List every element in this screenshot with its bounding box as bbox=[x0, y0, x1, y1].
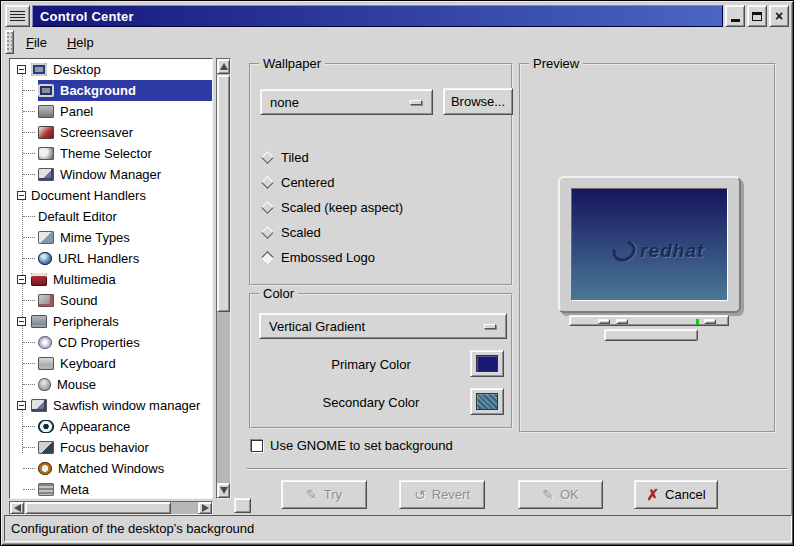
horizontal-scroll-thumb[interactable] bbox=[25, 502, 171, 514]
statusbar: Configuration of the desktop’s backgroun… bbox=[4, 515, 792, 542]
radio-label: Centered bbox=[281, 175, 334, 190]
collapse-icon[interactable] bbox=[17, 191, 26, 200]
tree-item-panel[interactable]: Panel bbox=[10, 101, 212, 122]
tree-item-label: Meta bbox=[60, 482, 89, 497]
background-icon bbox=[38, 84, 54, 97]
tree-item-label: Sawfish window manager bbox=[53, 398, 200, 413]
tree-horizontal-scrollbar[interactable] bbox=[9, 501, 213, 515]
pane-resize-grip[interactable] bbox=[234, 498, 251, 513]
tree-item-sawfish[interactable]: Sawfish window manager bbox=[10, 395, 212, 416]
browse-button[interactable]: Browse... bbox=[443, 88, 513, 115]
redhat-swirl-icon bbox=[609, 236, 640, 265]
radio-selected-icon bbox=[261, 251, 274, 264]
scroll-left-button[interactable] bbox=[10, 502, 24, 514]
scroll-right-button[interactable] bbox=[198, 502, 212, 514]
revert-button[interactable]: ↺ Revert bbox=[399, 480, 485, 509]
scroll-up-button[interactable] bbox=[217, 59, 230, 74]
maximize-icon bbox=[752, 12, 762, 21]
tree-connector bbox=[23, 342, 35, 343]
tree-item-mouse[interactable]: Mouse bbox=[10, 374, 212, 395]
tree-item-sound[interactable]: Sound bbox=[10, 290, 212, 311]
tree-item-screensaver[interactable]: Screensaver bbox=[10, 122, 212, 143]
tree-item-meta[interactable]: Meta bbox=[10, 479, 212, 499]
use-gnome-label: Use GNOME to set background bbox=[270, 438, 453, 453]
desktop-icon bbox=[31, 63, 47, 76]
tree-item-label: Peripherals bbox=[53, 314, 119, 329]
use-gnome-checkbox-row[interactable]: Use GNOME to set background bbox=[251, 438, 453, 453]
close-button[interactable]: × bbox=[769, 5, 789, 27]
collapse-icon[interactable] bbox=[17, 275, 26, 284]
secondary-color-label: Secondary Color bbox=[271, 395, 471, 410]
vertical-scroll-thumb[interactable] bbox=[217, 75, 230, 312]
try-button[interactable]: ✎ Try bbox=[281, 480, 367, 509]
scroll-down-button[interactable] bbox=[217, 483, 230, 498]
maximize-button[interactable] bbox=[747, 5, 767, 27]
revert-label: Revert bbox=[432, 487, 470, 502]
tree-connector bbox=[23, 90, 35, 91]
window-manager-icon bbox=[38, 168, 54, 181]
tree-item-theme-selector[interactable]: Theme Selector bbox=[10, 143, 212, 164]
window-title: Control Center bbox=[40, 9, 134, 24]
monitor-button-icon bbox=[704, 319, 716, 324]
checkbox-icon[interactable] bbox=[251, 440, 263, 452]
tree-item-cd-properties[interactable]: CD Properties bbox=[10, 332, 212, 353]
theme-selector-icon bbox=[38, 147, 54, 160]
radio-tiled[interactable]: Tiled bbox=[263, 147, 309, 167]
titlebar-drag-area[interactable]: Control Center bbox=[32, 5, 723, 27]
tree-item-focus-behavior[interactable]: Focus behavior bbox=[10, 437, 212, 458]
tree-item-document-handlers[interactable]: Document Handlers bbox=[10, 185, 212, 206]
tree-item-label: Focus behavior bbox=[60, 440, 149, 455]
tree-item-background[interactable]: Background bbox=[10, 80, 212, 101]
tree-item-window-manager[interactable]: Window Manager bbox=[10, 164, 212, 185]
primary-color-button[interactable] bbox=[470, 350, 504, 377]
tree-connector bbox=[23, 258, 35, 259]
wallpaper-legend: Wallpaper bbox=[259, 56, 325, 71]
wallpaper-file-dropdown[interactable]: none bbox=[260, 89, 433, 115]
collapse-icon[interactable] bbox=[17, 65, 26, 74]
sawfish-icon bbox=[31, 399, 47, 412]
option-menu-indicator-icon bbox=[410, 100, 422, 105]
revert-icon: ↺ bbox=[414, 488, 426, 502]
ok-label: OK bbox=[560, 487, 579, 502]
preview-group: Preview redhat bbox=[519, 63, 776, 433]
radio-label: Embossed Logo bbox=[281, 250, 375, 265]
tree-item-mime-types[interactable]: Mime Types bbox=[10, 227, 212, 248]
multimedia-icon bbox=[31, 273, 47, 286]
tree-item-default-editor[interactable]: Default Editor bbox=[10, 206, 212, 227]
radio-embossed-logo[interactable]: Embossed Logo bbox=[263, 247, 375, 267]
menu-file[interactable]: File bbox=[16, 29, 57, 55]
gradient-type-dropdown[interactable]: Vertical Gradient bbox=[259, 313, 507, 339]
tree-item-appearance[interactable]: Appearance bbox=[10, 416, 212, 437]
ok-button[interactable]: ✎ OK bbox=[518, 480, 603, 509]
tree-item-multimedia[interactable]: Multimedia bbox=[10, 269, 212, 290]
secondary-color-button[interactable] bbox=[470, 388, 504, 415]
tree-vertical-scrollbar[interactable] bbox=[216, 58, 231, 499]
minimize-button[interactable] bbox=[725, 5, 745, 27]
tree-connector bbox=[23, 468, 35, 469]
cancel-label: Cancel bbox=[665, 487, 705, 502]
menu-help[interactable]: Help bbox=[57, 29, 104, 55]
tree-item-keyboard[interactable]: Keyboard bbox=[10, 353, 212, 374]
radio-scaled[interactable]: Scaled bbox=[263, 222, 321, 242]
menubar-grip[interactable] bbox=[5, 30, 14, 54]
tree-item-label: Appearance bbox=[60, 419, 130, 434]
color-legend: Color bbox=[259, 286, 298, 301]
window-menu-button[interactable] bbox=[5, 5, 30, 27]
radio-centered[interactable]: Centered bbox=[263, 172, 334, 192]
tree-item-matched-windows[interactable]: Matched Windows bbox=[10, 458, 212, 479]
tree-item-label: Desktop bbox=[53, 62, 101, 77]
tree-item-label: Keyboard bbox=[60, 356, 116, 371]
tree-item-desktop[interactable]: Desktop bbox=[10, 59, 212, 80]
tree-item-peripherals[interactable]: Peripherals bbox=[10, 311, 212, 332]
tree-item-label: Multimedia bbox=[53, 272, 116, 287]
radio-scaled-keep-aspect[interactable]: Scaled (keep aspect) bbox=[263, 197, 403, 217]
ok-icon: ✎ bbox=[542, 488, 554, 502]
cancel-button[interactable]: ✗ Cancel bbox=[634, 480, 718, 509]
tree-item-url-handlers[interactable]: URL Handlers bbox=[10, 248, 212, 269]
menubar: File Help bbox=[4, 29, 790, 55]
collapse-icon[interactable] bbox=[17, 317, 26, 326]
collapse-icon[interactable] bbox=[17, 401, 26, 410]
power-led-icon bbox=[696, 319, 699, 325]
tree-connector bbox=[23, 447, 35, 448]
tree-item-label: URL Handlers bbox=[58, 251, 139, 266]
